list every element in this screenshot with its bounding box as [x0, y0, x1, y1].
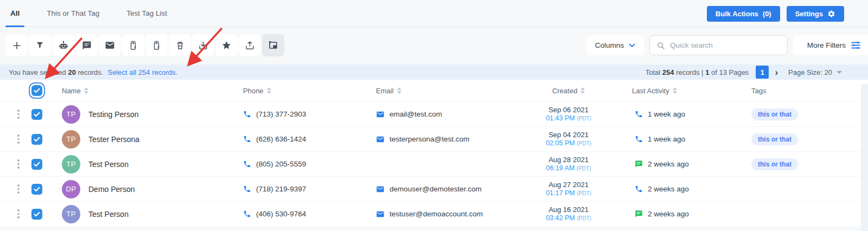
- scrollbar-track[interactable]: [861, 84, 868, 231]
- row-menu-kebab-icon[interactable]: [15, 157, 22, 171]
- bulk-actions-count: (0): [763, 10, 771, 18]
- selected-text: You have selected 20 records.: [9, 68, 103, 76]
- sort-icon-created[interactable]: [580, 87, 585, 94]
- export-button[interactable]: [239, 34, 261, 56]
- quick-search-input[interactable]: [670, 41, 768, 49]
- add-record-button[interactable]: [5, 34, 28, 56]
- sort-icon-email[interactable]: [397, 87, 401, 94]
- row-menu-kebab-icon[interactable]: [15, 182, 22, 196]
- email-cell[interactable]: testerpersona@test.com: [376, 135, 533, 144]
- bulk-actions-button[interactable]: Bulk Actions (0): [707, 6, 780, 22]
- avatar: DP: [62, 180, 80, 198]
- phone-cell[interactable]: (718) 219-9397: [240, 185, 376, 193]
- import-button[interactable]: [192, 34, 214, 56]
- select-all-link[interactable]: Select all 254 records.: [107, 68, 177, 76]
- contact-name[interactable]: Demo Person: [88, 185, 135, 194]
- gear-icon: [827, 10, 835, 18]
- total-records-text: Total 254 records | 1 of 13 Pages: [646, 68, 749, 76]
- row-menu-kebab-icon[interactable]: [15, 107, 22, 121]
- tab-all[interactable]: All: [9, 0, 21, 27]
- last-activity-cell: 2 weeks ago: [604, 185, 729, 193]
- sliders-icon: [851, 41, 860, 49]
- tab-this-or-that-tag[interactable]: This or That Tag: [45, 0, 101, 27]
- column-header-name[interactable]: Name: [62, 87, 81, 95]
- page-size-dropdown[interactable]: Page Size: 20: [788, 68, 842, 76]
- tags-cell: this or that: [729, 133, 826, 145]
- envelope-icon: [376, 210, 385, 219]
- more-filters-button[interactable]: More Filters: [793, 35, 868, 55]
- favorite-button[interactable]: [215, 34, 238, 56]
- phone-icon: [243, 160, 251, 168]
- contact-name[interactable]: Test Person: [88, 210, 129, 219]
- automation-button[interactable]: [52, 34, 74, 56]
- sort-icon-phone[interactable]: [267, 87, 271, 94]
- email-cell[interactable]: testuser@demoaccount.com: [376, 210, 533, 219]
- avatar: TP: [62, 155, 80, 174]
- envelope-icon: [376, 110, 385, 119]
- phone-cell[interactable]: (805) 205-5559: [240, 160, 376, 168]
- filter-funnel-icon: [35, 41, 44, 50]
- tags-cell: [729, 182, 826, 196]
- tags-cell: [729, 207, 826, 221]
- select-all-checkbox[interactable]: [31, 85, 42, 96]
- columns-dropdown[interactable]: Columns: [586, 35, 644, 55]
- add-tag-button[interactable]: [122, 34, 144, 56]
- table-row: TP Testing Person (713) 377-2903 email@t…: [0, 101, 868, 126]
- column-header-last-activity[interactable]: Last Activity: [632, 87, 669, 95]
- last-activity-cell: 2 weeks ago: [604, 210, 729, 218]
- filter-button[interactable]: [29, 34, 51, 56]
- delete-button[interactable]: [169, 34, 191, 56]
- contact-name[interactable]: Tester Persona: [88, 135, 139, 144]
- envelope-icon: [105, 40, 115, 50]
- sort-icon-name[interactable]: [84, 87, 88, 94]
- created-cell: Aug 16 2021 03:42 PM (PDT): [533, 206, 604, 223]
- phone-cell[interactable]: (626) 636-1424: [240, 135, 376, 143]
- tag-pill[interactable]: this or that: [751, 158, 798, 170]
- row-checkbox[interactable]: [31, 134, 42, 145]
- last-activity-cell: 1 week ago: [604, 110, 729, 118]
- row-checkbox[interactable]: [31, 184, 42, 195]
- contact-name[interactable]: Test Person: [88, 160, 129, 169]
- tag-pill[interactable]: this or that: [751, 133, 798, 145]
- avatar: TP: [62, 105, 80, 124]
- table-row: TP Test Person (805) 205-5559 Aug 28 202…: [0, 151, 868, 176]
- phone-cell[interactable]: (713) 377-2903: [240, 110, 376, 118]
- row-menu-kebab-icon[interactable]: [15, 207, 22, 221]
- envelope-icon: [376, 135, 385, 144]
- row-menu-kebab-icon[interactable]: [15, 132, 22, 146]
- tag-pill[interactable]: this or that: [751, 108, 798, 120]
- email-cell[interactable]: email@test.com: [376, 110, 533, 119]
- robot-icon: [58, 40, 69, 51]
- merge-frame-icon: [268, 40, 278, 50]
- phone-cell[interactable]: (406) 530-9764: [240, 210, 376, 218]
- tab-test-tag-list[interactable]: Test Tag List: [125, 0, 169, 27]
- row-checkbox[interactable]: [31, 109, 42, 120]
- page-1-button[interactable]: 1: [756, 66, 769, 79]
- contact-name[interactable]: Testing Person: [88, 110, 139, 119]
- row-checkbox[interactable]: [31, 209, 42, 220]
- column-header-email[interactable]: Email: [376, 87, 394, 95]
- table-row: TP Tester Persona (626) 636-1424 testerp…: [0, 126, 868, 151]
- table-row: DP Demo Person (718) 219-9397 demouser@d…: [0, 176, 868, 201]
- sort-icon-last-activity[interactable]: [673, 87, 677, 94]
- sms-button[interactable]: [75, 34, 98, 56]
- phone-icon: [243, 110, 251, 118]
- trash-icon: [175, 41, 185, 50]
- column-header-created[interactable]: Created: [552, 87, 577, 95]
- remove-tag-button[interactable]: [145, 34, 168, 56]
- tags-cell: this or that: [729, 158, 826, 170]
- caret-down-icon: [837, 71, 842, 74]
- email-cell[interactable]: demouser@demotester.com: [376, 185, 533, 194]
- settings-button[interactable]: Settings: [787, 6, 844, 22]
- tab-bar: All This or That Tag Test Tag List Bulk …: [0, 0, 868, 27]
- chat-activity-icon: [635, 160, 643, 168]
- tag-add-icon: [128, 40, 138, 50]
- created-cell: Sep 04 2021 02:05 PM (PDT): [533, 131, 604, 148]
- download-icon: [198, 40, 208, 50]
- tag-remove-icon: [151, 40, 162, 50]
- email-button[interactable]: [99, 34, 121, 56]
- column-header-phone[interactable]: Phone: [243, 87, 264, 95]
- merge-button[interactable]: [262, 34, 284, 56]
- row-checkbox[interactable]: [31, 159, 42, 170]
- next-page-chevron[interactable]: ›: [774, 68, 779, 77]
